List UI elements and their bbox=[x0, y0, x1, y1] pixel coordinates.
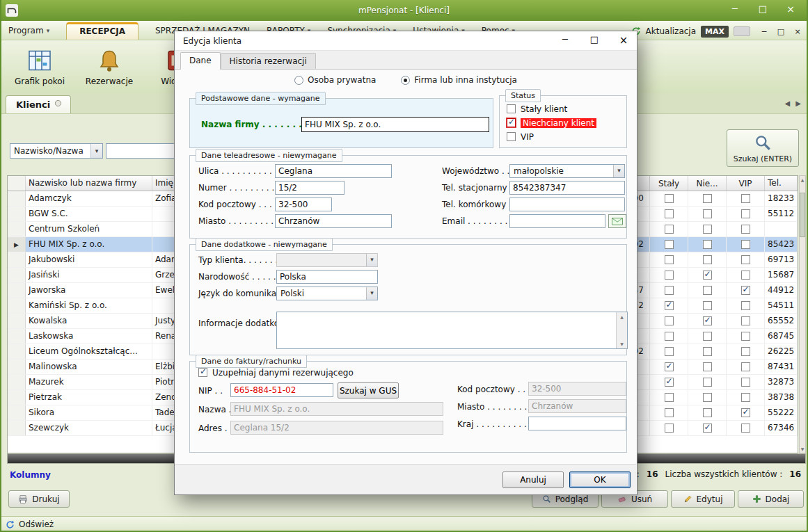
scroll-up-icon[interactable]: ▲ bbox=[800, 177, 805, 182]
email-input[interactable] bbox=[509, 214, 605, 228]
client-name-cell: Sikora bbox=[26, 405, 152, 420]
row-selector-cell: ▶ bbox=[8, 360, 26, 374]
row-pointer-icon: ▶ bbox=[14, 241, 19, 248]
menu-recepcja[interactable]: RECEPCJA bbox=[66, 22, 138, 40]
check-icon: ✓ bbox=[508, 117, 515, 127]
scroll-up-icon[interactable]: ▲ bbox=[617, 314, 627, 319]
menu-program[interactable]: Program▾ bbox=[8, 26, 49, 35]
client-tel-cell: 68745 bbox=[765, 329, 798, 344]
textarea-scrollbar[interactable]: ▲ ▼ bbox=[616, 312, 627, 348]
client-name-cell: Pietrzak bbox=[26, 390, 152, 405]
row-selector-cell: ▶ bbox=[8, 314, 26, 328]
print-button[interactable]: Drukuj bbox=[8, 490, 70, 508]
miasto-input[interactable] bbox=[275, 214, 392, 228]
gus-search-button[interactable]: Szukaj w GUS bbox=[338, 382, 399, 398]
search-filter-combo[interactable]: Nazwisko/Nazwa ▾ bbox=[10, 143, 103, 159]
toolbar-grafik-pokoi-button[interactable]: Grafik pokoi bbox=[8, 43, 71, 90]
scroll-down-icon[interactable]: ▼ bbox=[617, 341, 627, 346]
nip-input[interactable] bbox=[230, 383, 333, 397]
search-button-label: Szukaj (ENTER) bbox=[734, 154, 792, 163]
wojewodztwo-select[interactable]: małopolskie ▾ bbox=[509, 164, 625, 178]
staly-checkbox: ✓ bbox=[665, 347, 674, 356]
group-caption: Dane do faktury/rachunku bbox=[196, 355, 307, 368]
niechciany-checkbox: ✓ bbox=[703, 301, 712, 310]
dialog-tab-historia[interactable]: Historia rezerwacji bbox=[221, 53, 316, 69]
mdi-minimize-button[interactable]: ─ bbox=[759, 27, 769, 36]
invoice-miasto-label: Miasto . . . . . . . . bbox=[457, 402, 527, 412]
tel-stacjonarny-input[interactable] bbox=[509, 181, 625, 195]
search-button[interactable]: Szukaj (ENTER) bbox=[727, 129, 799, 167]
refresh-label[interactable]: Odśwież bbox=[19, 519, 54, 529]
dialog-maximize-button[interactable]: □ bbox=[588, 34, 601, 47]
jezyk-select[interactable]: Polski ▾ bbox=[276, 287, 378, 300]
header-staly[interactable]: Stały bbox=[650, 176, 688, 191]
window-restore-button[interactable]: □ bbox=[755, 3, 770, 15]
add-button-label: Dodaj bbox=[766, 494, 790, 504]
header-name[interactable]: Nazwisko lub nazwa firmy bbox=[26, 176, 152, 191]
edit-button[interactable]: Edytuj bbox=[671, 490, 735, 508]
narodowosc-input[interactable] bbox=[276, 270, 378, 284]
row-selector-cell: ▶ bbox=[8, 405, 26, 420]
vip-checkbox: ✓ bbox=[741, 194, 750, 203]
status-bar: Odśwież bbox=[0, 516, 808, 532]
tel-komorkowy-input[interactable] bbox=[509, 198, 625, 211]
staly-klient-checkbox[interactable]: ✓ bbox=[507, 104, 516, 113]
dialog-close-button[interactable]: × bbox=[617, 34, 630, 47]
toolbar-rezerwacje-button[interactable]: Rezerwacje bbox=[78, 43, 141, 90]
company-name-input[interactable] bbox=[301, 117, 489, 132]
columns-link[interactable]: Kolumny bbox=[10, 470, 51, 480]
magnifier-icon bbox=[542, 494, 551, 503]
tab-scroll-right-icon[interactable]: ▶ bbox=[795, 99, 801, 107]
cancel-button[interactable]: Anuluj bbox=[502, 471, 564, 488]
tab-klienci[interactable]: Klienci bbox=[6, 95, 71, 113]
client-tel-cell: 55112 bbox=[765, 207, 798, 221]
mdi-close-button[interactable]: × bbox=[793, 27, 802, 36]
niechciany-checkbox: ✓ bbox=[703, 424, 712, 433]
add-button[interactable]: Dodaj bbox=[738, 490, 804, 508]
ulica-input[interactable] bbox=[275, 164, 392, 178]
vip-checkbox[interactable]: ✓ bbox=[507, 132, 516, 141]
header-tel[interactable]: Tel. bbox=[765, 176, 798, 191]
vip-checkbox: ✓ bbox=[741, 408, 750, 417]
send-email-button[interactable] bbox=[608, 214, 626, 228]
update-pill bbox=[734, 26, 750, 36]
niechciany-klient-checkbox[interactable]: ✓ bbox=[507, 118, 516, 127]
client-tel-cell: 69713 bbox=[765, 252, 798, 267]
ok-button[interactable]: OK bbox=[569, 471, 631, 488]
tab-scroll-left-icon[interactable]: ◀ bbox=[785, 99, 791, 107]
niechciany-cell: ✓ bbox=[688, 390, 727, 405]
header-vip[interactable]: VIP bbox=[727, 176, 765, 191]
invoice-adres-input bbox=[230, 421, 443, 435]
kod-pocztowy-input[interactable] bbox=[275, 198, 332, 211]
scroll-down-icon[interactable]: ▼ bbox=[800, 446, 805, 451]
vip-cell: ✓ bbox=[727, 252, 765, 267]
window-close-button[interactable]: × bbox=[783, 3, 798, 15]
plus-icon bbox=[752, 494, 761, 503]
staly-checkbox: ✓ bbox=[665, 194, 674, 203]
vip-checkbox: ✓ bbox=[741, 286, 750, 295]
window-minimize-button[interactable]: ─ bbox=[727, 3, 743, 15]
basic-data-group: Podstawowe dane - wymagane Nazwa firmy .… bbox=[189, 98, 493, 148]
radio-firma[interactable]: Firma lub inna instytucja bbox=[401, 75, 517, 85]
tab-options-icon[interactable] bbox=[54, 99, 62, 107]
mdi-restore-button[interactable]: □ bbox=[776, 27, 786, 36]
header-niechciany[interactable]: Nie... bbox=[688, 176, 727, 191]
autofill-checkbox[interactable]: ✓ bbox=[198, 368, 207, 377]
row-selector-cell: ▶ bbox=[8, 298, 26, 313]
client-name-cell: Centrum Szkoleń bbox=[26, 222, 152, 236]
numer-input[interactable] bbox=[275, 181, 344, 195]
niechciany-cell: ✓ bbox=[688, 207, 727, 221]
informacje-textarea[interactable]: ▲ ▼ bbox=[276, 312, 628, 349]
invoice-kraj-input[interactable] bbox=[528, 417, 626, 430]
vip-checkbox: ✓ bbox=[741, 332, 750, 341]
scrollbar-thumb[interactable] bbox=[800, 193, 805, 237]
client-tel-cell bbox=[765, 222, 798, 236]
radio-osoba-prywatna[interactable]: Osoba prywatna bbox=[294, 75, 376, 85]
dialog-titlebar[interactable]: Edycja klienta ─ □ × bbox=[175, 31, 637, 51]
update-label[interactable]: Aktualizacja bbox=[646, 26, 696, 36]
dialog-tab-dane[interactable]: Dane bbox=[180, 52, 221, 70]
row-selector-cell: ▶ bbox=[8, 268, 26, 282]
staly-checkbox: ✓ bbox=[665, 209, 674, 218]
dialog-minimize-button[interactable]: ─ bbox=[559, 34, 571, 47]
vertical-scrollbar[interactable]: ▲ ▼ bbox=[799, 175, 806, 453]
